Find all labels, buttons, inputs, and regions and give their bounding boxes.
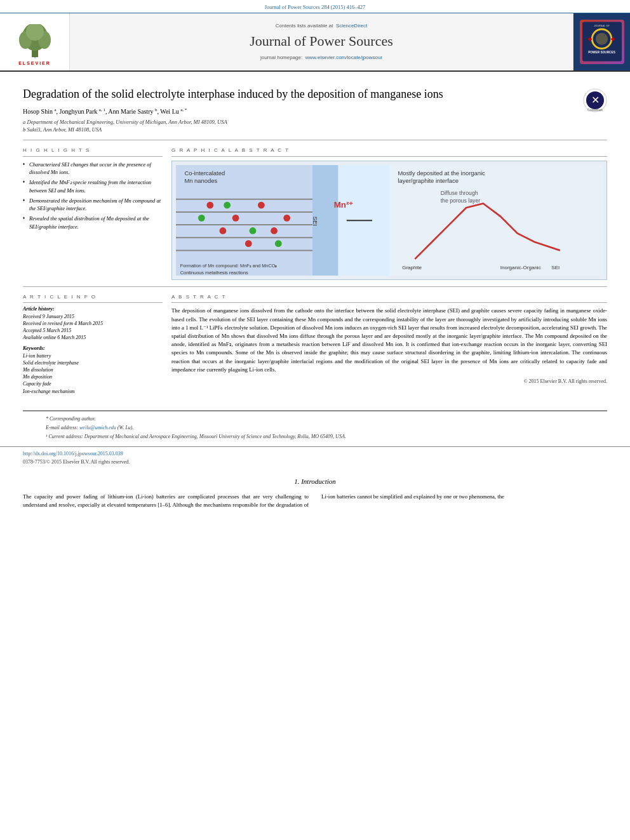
keyword-4: Mn deposition <box>23 373 163 380</box>
article-info-abstract-section: A R T I C L E I N F O Article history: R… <box>23 293 607 394</box>
svg-point-36 <box>275 240 282 247</box>
homepage-text: journal homepage: <box>260 55 302 60</box>
corresponding-label: * Corresponding author. <box>46 416 96 422</box>
highlight-item-2: Identified the MnF₂ specie resulting fro… <box>23 178 163 194</box>
abstract-label: A B S T R A C T <box>171 293 607 303</box>
svg-text:Co-intercalated: Co-intercalated <box>184 170 225 177</box>
affiliations: a Department of Mechanical Engineering, … <box>23 119 607 134</box>
svg-point-28 <box>258 201 265 208</box>
introduction-text: The capacity and power fading of lithium… <box>23 493 607 509</box>
journal-logo: POWER SOURCES JOURNAL OF <box>573 13 630 70</box>
svg-text:Formation of Mn compound: MnF₂: Formation of Mn compound: MnF₂ and MnCO₃ <box>180 263 278 269</box>
svg-text:Inorganic-Organic: Inorganic-Organic <box>500 265 541 270</box>
svg-text:⚗: ⚗ <box>34 56 36 59</box>
abstract-copyright: © 2015 Elsevier B.V. All rights reserved… <box>171 378 607 385</box>
contents-list-text: Contents lists available at <box>276 23 333 29</box>
received-date: Received 9 January 2015 <box>23 313 163 320</box>
footnotes-area: * Corresponding author. E-mail address: … <box>23 411 607 441</box>
doi-link[interactable]: http://dx.doi.org/10.1016/j.jpowsour.201… <box>23 451 123 457</box>
issn-line: 0378-7753/© 2015 Elsevier B.V. All right… <box>23 458 607 465</box>
bottom-bar: http://dx.doi.org/10.1016/j.jpowsour.201… <box>0 446 630 467</box>
page: Journal of Power Sources 284 (2015) 416–… <box>0 0 630 840</box>
received-revised: Received in revised form 4 March 2015 <box>23 320 163 327</box>
introduction-heading: 1. Introduction <box>23 477 607 486</box>
journal-title: Journal of Power Sources <box>250 32 392 51</box>
sciencedirect-line: Contents lists available at ScienceDirec… <box>276 22 368 29</box>
email-suffix: (W. Lu). <box>117 425 134 430</box>
keyword-2: Solid electrolyte interphase <box>23 359 163 366</box>
graphical-abstract-section: G R A P H I C A L A B S T R A C T Co-int… <box>171 147 607 280</box>
keywords-section: Keywords: Li-ion battery Solid electroly… <box>23 345 163 394</box>
svg-text:✕: ✕ <box>591 95 600 105</box>
svg-point-29 <box>283 215 290 222</box>
highlights-label: H I G H L I G H T S <box>23 147 163 156</box>
journal-reference-bar: Journal of Power Sources 284 (2015) 416–… <box>0 0 630 13</box>
author-hosop-shin: Hosop Shin a, <box>23 108 58 115</box>
svg-text:Diffuse through: Diffuse through <box>441 190 478 196</box>
author-wei-lu: Wei Lu a, * <box>160 108 187 115</box>
article-info-label: A R T I C L E I N F O <box>23 293 163 303</box>
svg-text:SEI: SEI <box>551 265 560 270</box>
elsevier-logo: ⚗ ELSEVIER <box>0 13 70 70</box>
svg-point-31 <box>245 240 252 247</box>
introduction-paragraph: The capacity and power fading of lithium… <box>23 493 607 509</box>
svg-point-26 <box>206 201 213 208</box>
svg-text:SEI: SEI <box>312 216 319 225</box>
svg-text:Continuous metathesis reaction: Continuous metathesis reactions <box>180 270 248 276</box>
svg-text:Mn²⁺: Mn²⁺ <box>334 200 354 210</box>
email-link[interactable]: weilu@umich.edu <box>79 425 116 430</box>
journal-header: ⚗ ELSEVIER Contents lists available at S… <box>0 13 630 72</box>
elsevier-tree-icon: ⚗ <box>13 24 57 59</box>
history-title: Article history: <box>23 305 163 312</box>
svg-text:the porous layer: the porous layer <box>441 197 481 204</box>
svg-point-32 <box>271 227 278 234</box>
email-label: E-mail address: <box>46 425 78 430</box>
homepage-link[interactable]: www.elsevier.com/locate/jpowsour <box>305 55 382 60</box>
elsevier-label: ELSEVIER <box>18 60 51 67</box>
svg-text:layer/graphite interface: layer/graphite interface <box>398 177 459 184</box>
svg-point-35 <box>250 227 257 234</box>
keyword-6: Ion-exchange mechanism <box>23 388 163 395</box>
journal-reference: Journal of Power Sources 284 (2015) 416–… <box>265 4 366 10</box>
highlights-graphical-section: H I G H L I G H T S Characterized SEI ch… <box>23 140 607 287</box>
email-note: E-mail address: weilu@umich.edu (W. Lu). <box>46 424 584 431</box>
sciencedirect-link[interactable]: ScienceDirect <box>336 23 367 29</box>
abstract-col: A B S T R A C T The deposition of mangan… <box>171 293 607 394</box>
homepage-line: journal homepage: www.elsevier.com/locat… <box>260 54 382 61</box>
article-history: Article history: Received 9 January 2015… <box>23 305 163 341</box>
footnote-1: ¹ Current address: Department of Mechani… <box>46 433 584 440</box>
graphical-abstract-box: Co-intercalated Mn nanodes <box>171 161 607 281</box>
graphical-abstract-svg: Co-intercalated Mn nanodes <box>176 165 603 276</box>
available-online: Available online 6 March 2015 <box>23 334 163 341</box>
highlight-item-4: Revealed the spatial distribution of Mn … <box>23 215 163 230</box>
highlights-section: H I G H L I G H T S Characterized SEI ch… <box>23 147 163 280</box>
svg-point-30 <box>220 227 227 234</box>
svg-point-8 <box>595 33 607 45</box>
author-ann-marie: Ann Marie Sastry b, <box>108 108 159 115</box>
corresponding-author-note: * Corresponding author. <box>46 415 584 422</box>
authors-line: Hosop Shin a, Jonghyun Park a, 1, Ann Ma… <box>23 107 607 116</box>
main-content: ✕ CrossMark Degradation of the solid ele… <box>0 72 630 410</box>
highlight-item-3: Demonstrated the deposition mechanism of… <box>23 197 163 213</box>
highlights-list: Characterized SEI changes that occur in … <box>23 161 163 231</box>
accepted-date: Accepted 5 March 2015 <box>23 327 163 334</box>
svg-text:JOURNAL OF: JOURNAL OF <box>594 25 610 28</box>
journal-logo-inner: POWER SOURCES JOURNAL OF <box>580 20 624 64</box>
article-title-section: ✕ CrossMark Degradation of the solid ele… <box>23 87 607 102</box>
crossmark-icon: ✕ CrossMark <box>583 88 607 112</box>
abstract-text: The deposition of manganese ions dissolv… <box>171 307 607 374</box>
doi-line: http://dx.doi.org/10.1016/j.jpowsour.201… <box>23 450 607 458</box>
keyword-5: Capacity fade <box>23 380 163 387</box>
svg-text:Mostly deposited at the inorga: Mostly deposited at the inorganic <box>398 170 485 177</box>
article-info-col: A R T I C L E I N F O Article history: R… <box>23 293 163 394</box>
author-jonghyun-park: Jonghyun Park a, 1, <box>60 108 107 115</box>
article-title: Degradation of the solid electrolyte int… <box>23 87 455 102</box>
svg-point-33 <box>198 215 205 222</box>
svg-text:Graphite: Graphite <box>402 265 422 270</box>
keywords-title: Keywords: <box>23 345 163 352</box>
svg-point-27 <box>232 215 239 222</box>
highlight-item-1: Characterized SEI changes that occur in … <box>23 161 163 177</box>
svg-point-34 <box>224 201 231 208</box>
keyword-1: Li-ion battery <box>23 352 163 359</box>
keyword-3: Mn dissolution <box>23 366 163 373</box>
